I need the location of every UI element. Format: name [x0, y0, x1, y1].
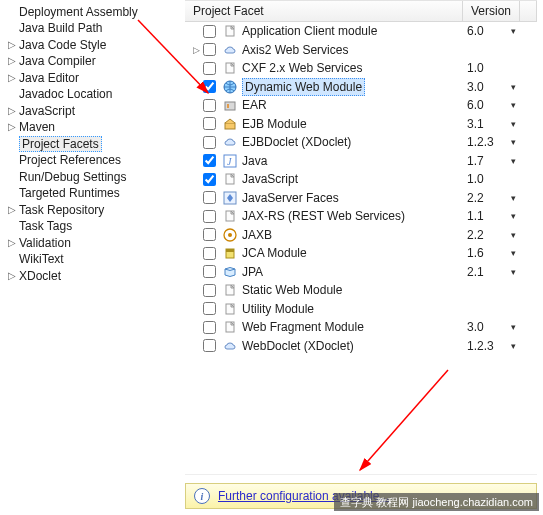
facet-checkbox[interactable]	[203, 210, 216, 223]
facet-name-label: WebDoclet (XDoclet)	[242, 338, 354, 354]
facet-checkbox[interactable]	[203, 117, 216, 130]
file-icon	[222, 301, 238, 317]
facet-checkbox[interactable]	[203, 321, 216, 334]
sidebar-item-validation[interactable]: ▷Validation	[0, 235, 179, 251]
cloud-icon	[222, 134, 238, 150]
facet-version: 2.1	[463, 265, 511, 279]
facet-checkbox[interactable]	[203, 136, 216, 149]
facet-row-java[interactable]: JJava1.7▾	[185, 152, 537, 171]
sidebar-item-wikitext[interactable]: WikiText	[0, 252, 179, 268]
sidebar-item-javascript[interactable]: ▷JavaScript	[0, 103, 179, 119]
facet-row-name-cell: JPA	[185, 264, 463, 280]
version-dropdown-icon[interactable]: ▾	[511, 267, 525, 277]
sidebar-item-deployment-assembly[interactable]: Deployment Assembly	[0, 4, 179, 20]
facet-name-label: JavaScript	[242, 171, 298, 187]
sidebar-item-xdoclet[interactable]: ▷XDoclet	[0, 268, 179, 284]
facet-row-utility-module[interactable]: Utility Module	[185, 300, 537, 319]
facet-row-application-client-module[interactable]: Application Client module6.0▾	[185, 22, 537, 41]
version-dropdown-icon[interactable]: ▾	[511, 137, 525, 147]
facet-row-webdoclet-xdoclet-[interactable]: WebDoclet (XDoclet)1.2.3▾	[185, 337, 537, 356]
file-icon	[222, 23, 238, 39]
sidebar-item-java-build-path[interactable]: Java Build Path	[0, 21, 179, 37]
facet-row-ear[interactable]: EAR6.0▾	[185, 96, 537, 115]
sidebar-item-targeted-runtimes[interactable]: Targeted Runtimes	[0, 186, 179, 202]
column-header-facet[interactable]: Project Facet	[185, 1, 463, 21]
version-dropdown-icon[interactable]: ▾	[511, 26, 525, 36]
facet-row-jaxb[interactable]: JAXB2.2▾	[185, 226, 537, 245]
sidebar-item-javadoc-location[interactable]: Javadoc Location	[0, 87, 179, 103]
facet-checkbox[interactable]	[203, 173, 216, 186]
version-dropdown-icon[interactable]: ▾	[511, 248, 525, 258]
watermark: 查字典 教程网 jiaocheng.chazidian.com	[334, 493, 539, 511]
facet-row-javascript[interactable]: JavaScript1.0	[185, 170, 537, 189]
sidebar-item-maven[interactable]: ▷Maven	[0, 120, 179, 136]
facet-name-label: Java	[242, 153, 267, 169]
sidebar-item-label: JavaScript	[19, 105, 75, 118]
facet-row-ejb-module[interactable]: EJB Module3.1▾	[185, 115, 537, 134]
facet-checkbox[interactable]	[203, 154, 216, 167]
facet-row-name-cell: CXF 2.x Web Services	[185, 60, 463, 76]
svg-rect-4	[227, 104, 229, 108]
facet-version: 1.0	[463, 172, 511, 186]
sidebar-item-task-repository[interactable]: ▷Task Repository	[0, 202, 179, 218]
version-dropdown-icon[interactable]: ▾	[511, 156, 525, 166]
sidebar-item-label: Project Facets	[19, 136, 102, 152]
facet-row-static-web-module[interactable]: Static Web Module	[185, 281, 537, 300]
expand-icon[interactable]: ▷	[6, 106, 18, 117]
facet-checkbox[interactable]	[203, 247, 216, 260]
facet-checkbox[interactable]	[203, 62, 216, 75]
sidebar-item-java-code-style[interactable]: ▷Java Code Style	[0, 37, 179, 53]
column-header-version[interactable]: Version	[463, 1, 520, 21]
facet-checkbox[interactable]	[203, 302, 216, 315]
facet-row-axis2-web-services[interactable]: ▷Axis2 Web Services	[185, 41, 537, 60]
version-dropdown-icon[interactable]: ▾	[511, 193, 525, 203]
facet-checkbox[interactable]	[203, 339, 216, 352]
facet-checkbox[interactable]	[203, 99, 216, 112]
facet-row-web-fragment-module[interactable]: Web Fragment Module3.0▾	[185, 318, 537, 337]
svg-rect-5	[225, 123, 235, 129]
expand-icon[interactable]: ▷	[191, 45, 203, 55]
expand-icon[interactable]: ▷	[6, 205, 18, 216]
version-dropdown-icon[interactable]: ▾	[511, 341, 525, 351]
facet-row-jca-module[interactable]: JCA Module1.6▾	[185, 244, 537, 263]
sidebar-item-project-facets[interactable]: Project Facets	[0, 136, 179, 152]
version-dropdown-icon[interactable]: ▾	[511, 322, 525, 332]
version-dropdown-icon[interactable]: ▾	[511, 211, 525, 221]
expand-icon[interactable]: ▷	[6, 56, 18, 67]
ejb-icon	[222, 116, 238, 132]
version-dropdown-icon[interactable]: ▾	[511, 82, 525, 92]
facet-row-ejbdoclet-xdoclet-[interactable]: EJBDoclet (XDoclet)1.2.3▾	[185, 133, 537, 152]
facet-checkbox[interactable]	[203, 228, 216, 241]
facet-name-label: Axis2 Web Services	[242, 42, 348, 58]
facet-row-jpa[interactable]: JPA2.1▾	[185, 263, 537, 282]
facet-checkbox[interactable]	[203, 80, 216, 93]
sidebar-item-task-tags[interactable]: Task Tags	[0, 219, 179, 235]
sidebar-item-java-editor[interactable]: ▷Java Editor	[0, 70, 179, 86]
expand-icon[interactable]: ▷	[6, 40, 18, 51]
facet-row-name-cell: Application Client module	[185, 23, 463, 39]
version-dropdown-icon[interactable]: ▾	[511, 119, 525, 129]
facet-row-cxf-2-x-web-services[interactable]: CXF 2.x Web Services1.0	[185, 59, 537, 78]
facet-row-javaserver-faces[interactable]: JavaServer Faces2.2▾	[185, 189, 537, 208]
facet-checkbox[interactable]	[203, 284, 216, 297]
facet-checkbox[interactable]	[203, 191, 216, 204]
expand-icon[interactable]: ▷	[6, 73, 18, 84]
version-dropdown-icon[interactable]: ▾	[511, 100, 525, 110]
facet-name-label: JCA Module	[242, 245, 307, 261]
sidebar-item-project-references[interactable]: Project References	[0, 153, 179, 169]
cloud-icon	[222, 338, 238, 354]
expand-icon[interactable]: ▷	[6, 122, 18, 133]
facet-row-jax-rs-rest-web-services-[interactable]: JAX-RS (REST Web Services)1.1▾	[185, 207, 537, 226]
expand-icon[interactable]: ▷	[6, 271, 18, 282]
version-dropdown-icon[interactable]: ▾	[511, 230, 525, 240]
facet-checkbox[interactable]	[203, 25, 216, 38]
sidebar-item-run-debug-settings[interactable]: Run/Debug Settings	[0, 169, 179, 185]
facet-name-label: JAXB	[242, 227, 272, 243]
facet-name-label: Utility Module	[242, 301, 314, 317]
facet-checkbox[interactable]	[203, 43, 216, 56]
expand-icon[interactable]: ▷	[6, 238, 18, 249]
jar-icon	[222, 245, 238, 261]
facet-row-dynamic-web-module[interactable]: Dynamic Web Module3.0▾	[185, 78, 537, 97]
facet-checkbox[interactable]	[203, 265, 216, 278]
sidebar-item-java-compiler[interactable]: ▷Java Compiler	[0, 54, 179, 70]
